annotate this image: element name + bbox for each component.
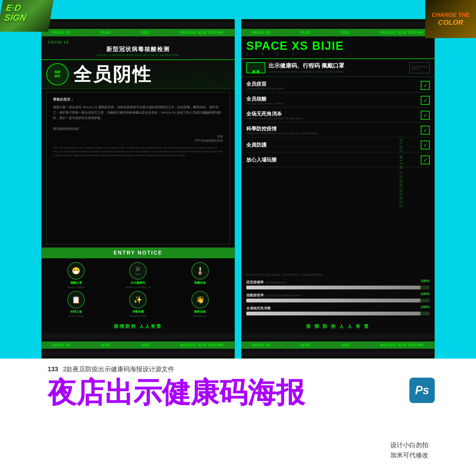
progress-bar-fill-3	[246, 312, 420, 315]
nav-item-1: SPACE XS	[52, 31, 70, 34]
p2-nav-item-4: NUCLEIC ACID TESTING	[380, 31, 424, 34]
vertical-text: PLAY WITH CONFIDENCE	[399, 139, 404, 208]
icon-item-mask: 😷 佩戴口罩 WEAR A MASK	[46, 262, 106, 288]
entry-notice-bar: ENTRY NOTICE	[42, 248, 235, 258]
check-mark-6: ✓	[421, 155, 430, 164]
corner-tr-text1: CHANGE THE	[432, 12, 469, 18]
icon-item-scan: 📋 扫码入场 SCAN CODE	[46, 291, 106, 317]
icon-item-disinfect: ✨ 消毒杀菌 DISINFECTION	[108, 291, 168, 317]
entry-notice-text: ENTRY NOTICE	[48, 250, 228, 256]
poster1-nav: SPACE XS | BIJIE | 2022 | NUCLEIC ACID T…	[42, 29, 235, 36]
item-number: 133	[48, 366, 58, 373]
check-mark-5: ✓	[421, 141, 430, 149]
scan-icon: 📋	[67, 291, 85, 308]
poster2-header: SPACE XS BIJIE 2 0 2 2	[241, 36, 434, 59]
content-greeting: 尊敬的贵宾：	[53, 97, 223, 102]
poster2-nav: SPACE XS | BIJIE | 2022 | NUCLEIC ACID T…	[241, 29, 434, 36]
content-sign: 此致毕节市史提斯娱乐会所	[53, 135, 223, 143]
content-body-en: Dear VIP, Thank you for your continued s…	[53, 146, 223, 157]
notice-content: 出示健康码、行程码 佩戴口罩 SHOW HEALTH CODE, ITINERA…	[268, 62, 406, 73]
notice-main-cn: 出示健康码、行程码 佩戴口罩	[268, 62, 406, 69]
nav-item-2: BIJIE	[101, 31, 111, 34]
slogan-text: 疫情防控 人人有责	[114, 324, 162, 329]
notice-badge: 进场要求	[246, 62, 265, 73]
health-code-icon: 📱	[129, 262, 147, 280]
icon-item-temp: 🌡️ 测量体温	[170, 262, 230, 288]
covid-label: COVID·19	[48, 40, 228, 44]
bottom-area: 133 2款夜店防疫出示健康码海报设计源文件 夜店出示健康码海报 设计小白勿拍 …	[0, 359, 476, 476]
icon-item-health-code: 📱 出示健康码 SHOW YOUR HEAL ID	[108, 262, 168, 288]
big-char-section: 检测 阴性 全员阴性	[42, 60, 235, 89]
progress-item-1: 疫苗接種率 VACCINATION RATE 100%	[246, 279, 430, 289]
nav-item-4: NUCLEIC ACID TESTING	[180, 31, 224, 34]
nav-item-3: 2022	[141, 31, 149, 34]
check-mark-2: ✓	[421, 96, 430, 105]
progress-bar-bg-1	[246, 286, 430, 289]
main-title-cn: 夜店出示健康码海报	[0, 375, 476, 410]
notice-section: 进场要求 出示健康码、行程码 佩戴口罩 SHOW HEALTH CODE, IT…	[241, 59, 434, 77]
item-desc: 2款夜店防疫出示健康码海报设计源文件	[63, 365, 174, 374]
sub-text-right: 设计小白勿拍 加米可代修改	[390, 440, 428, 460]
poster2-slogan-text: 疫 情 防 控 人 人 有 责	[306, 324, 369, 329]
enter-icon: 👋	[191, 291, 209, 308]
poster1-bottom-nav: SPACE XS | BIJIE | 2022 | NUCLEIC ACID T…	[42, 341, 235, 349]
p2-nav-item-3: 2022	[341, 31, 349, 34]
reflection-bar-bottom	[42, 332, 235, 341]
corner-tr-text2: COLOR	[438, 18, 463, 27]
progress-item-2: 核酸篩查率 NUCLEIC ACID SCREENING RATE 100%	[246, 292, 430, 302]
checklist: 全员疫苗 UNCONFIRMED FOR ALL STAFF ✓ 全员核酸 NU…	[241, 77, 434, 270]
bg-circle2	[203, 62, 228, 87]
check-mark-3: ✓	[421, 111, 430, 120]
checklist-item-4: 科學防控疫情 SCIENTIFIC PREVENTION AND CONTROL…	[246, 123, 430, 137]
progress-bar-bg-2	[246, 299, 430, 302]
icon-item-enter: 👋 顾客进场 APPROACH	[170, 291, 230, 317]
reflection-bar-top	[42, 19, 235, 29]
poster2-reflection-top	[241, 19, 434, 29]
progress-section: PREVENTION AND CONTROL PROGRESS 疫苗接種率 VA…	[241, 270, 434, 321]
circle-badge: 检测 阴性	[46, 63, 69, 85]
bottom-nav-item-1: SPACE XS	[52, 343, 70, 347]
bottom-nav-item-4: NUCLEIC ACID TESTING	[180, 343, 224, 347]
big-characters: 全员阴性	[73, 65, 152, 83]
check-mark-4: ✓	[421, 126, 430, 135]
progress-bar-bg-3	[246, 312, 430, 315]
reflection-bar-very-bottom	[42, 349, 235, 358]
poster1-title-cn: 新型冠状病毒核酸检测	[48, 45, 228, 53]
notice-sub-en: SHOW HEALTH CODE, ITINERARY CODE, WEAR A…	[268, 70, 406, 73]
checklist-item-3: 全场无死角消杀 SANITIZE THE ENTIRE CORNER OF TH…	[246, 108, 430, 122]
check-mark-1: ✓	[421, 81, 430, 90]
corner-decoration-tr: CHANGE THE COLOR	[425, 0, 476, 38]
progress-bar-fill-2	[246, 299, 420, 302]
p2-nav-item-1: SPACE XS	[252, 31, 270, 34]
checklist-item-2: 全员核酸 NUCLEIC ACID FOR ALL STAFF ✓	[246, 93, 430, 108]
temperature-icon: 🌡️	[191, 262, 209, 280]
poster-1: SPACE XS | BIJIE | 2022 | NUCLEIC ACID T…	[41, 19, 235, 359]
disinfect-icon: ✨	[129, 291, 147, 308]
corner-decoration-tl: E·DSIGN	[0, 0, 54, 32]
poster-2: SPACE XS | BIJIE | 2022 | NUCLEIC ACID T…	[241, 19, 435, 359]
space-xs-title: SPACE XS BIJIE	[246, 40, 344, 52]
progress-item-3: 全場無死角消毒 100%	[246, 305, 430, 315]
poster2-bottom-nav: SPACE XS | BIJIE | 2022 | NUCLEIC ACID T…	[241, 341, 434, 349]
important-badge: IMPORTANTNOTE	[409, 62, 430, 73]
corner-tl-text: E·DSIGN	[0, 0, 54, 26]
content-body-cn: 感谢大家一直以来对 SPACE XS 酒吧的支持，为响应政府的号召努力做好疫情防…	[53, 104, 223, 131]
icons-grid: 😷 佩戴口罩 WEAR A MASK 📱 出示健康码 SHOW YOUR HEA…	[42, 258, 235, 321]
poster2-very-bottom-reflection	[241, 349, 434, 358]
main-posters-area: SPACE XS | BIJIE | 2022 | NUCLEIC ACID T…	[41, 19, 435, 359]
poster1-slogan: 疫情防控 人人有责	[42, 321, 235, 332]
progress-header: PREVENTION AND CONTROL PROGRESS	[246, 273, 430, 276]
checklist-item-1: 全员疫苗 UNCONFIRMED FOR ALL STAFF ✓	[246, 78, 430, 93]
poster2-reflection-bottom	[241, 332, 434, 341]
bottom-nav-item-2: BIJIE	[101, 343, 111, 347]
poster1-title-en: NOVEL CORONAVIRUS NUCLEIC ACID DETECTION	[48, 54, 228, 57]
progress-bar-fill-1	[246, 286, 420, 289]
year-dots: 2 0 2 2	[246, 52, 430, 56]
p2-nav-item-2: BIJIE	[301, 31, 311, 34]
content-text-area: 尊敬的贵宾： 感谢大家一直以来对 SPACE XS 酒吧的支持，为响应政府的号召…	[46, 92, 230, 244]
poster2-slogan: 疫 情 防 控 人 人 有 责	[241, 321, 434, 332]
ps-badge: Ps	[409, 378, 435, 403]
bottom-top-row: 133 2款夜店防疫出示健康码海报设计源文件	[0, 359, 476, 375]
bottom-nav-item-3: 2022	[141, 343, 149, 347]
mask-icon: 😷	[67, 262, 85, 280]
